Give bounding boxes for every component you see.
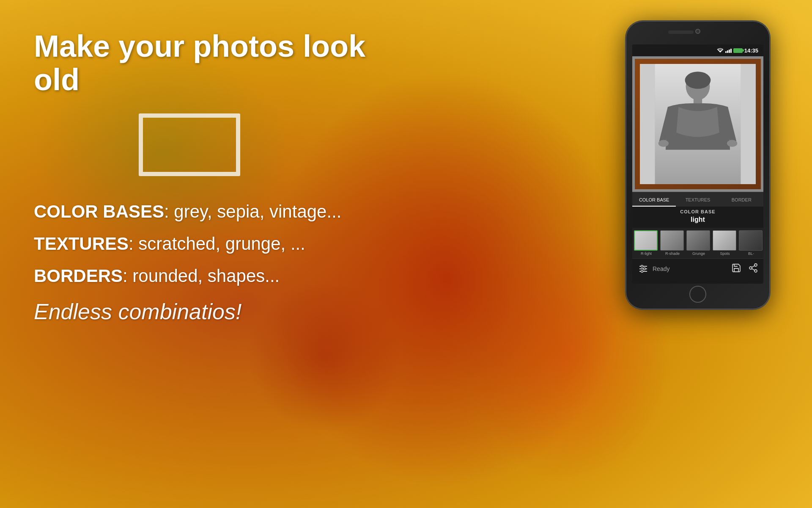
thumb-spots-label: Spots [713, 251, 737, 256]
toolbar-status: Ready [649, 265, 731, 272]
thumb-rlight-img [634, 230, 658, 251]
share-icon [748, 263, 758, 273]
toolbar-right [731, 263, 758, 275]
svg-point-13 [754, 264, 757, 266]
svg-point-5 [658, 140, 669, 147]
phone-speaker [668, 30, 694, 34]
status-icons: 14:35 [717, 47, 758, 54]
main-title: Make your photos look old [34, 30, 372, 97]
feature-textures-desc: : scratched, grunge, ... [129, 234, 305, 254]
color-base-section: COLOR BASE light [632, 207, 763, 228]
share-button[interactable] [748, 263, 758, 275]
thumb-rshade-label: R-shade [660, 251, 685, 256]
wifi-icon [717, 48, 724, 53]
phone-home-button[interactable] [689, 286, 706, 303]
svg-point-6 [727, 140, 737, 147]
thumb-grunge[interactable]: Grunge [686, 230, 711, 256]
photo-art-sepia [249, 113, 352, 176]
phone-toolbar: Ready [632, 258, 763, 279]
status-time: 14:35 [744, 47, 758, 54]
svg-point-11 [644, 268, 646, 270]
battery-icon [733, 48, 743, 53]
save-icon [731, 263, 741, 273]
feature-borders-desc: : rounded, shapes... [123, 266, 280, 286]
phone-tabs[interactable]: COLOR BASE TEXTURES BORDER [632, 192, 763, 207]
thumb-rlight[interactable]: R-light [634, 230, 658, 256]
feature-textures: TEXTURES: scratched, grunge, ... [34, 234, 372, 254]
photo-sepia [249, 113, 352, 176]
svg-point-12 [641, 271, 643, 273]
tab-textures[interactable]: TEXTURES [676, 192, 719, 207]
phone-outer: 14:35 [626, 21, 770, 309]
feature-color-bases-bold: COLOR BASES [34, 202, 164, 221]
adjust-icon[interactable] [637, 263, 649, 275]
feature-color-bases-desc: : grey, sepia, vintage... [164, 202, 341, 221]
thumb-grunge-label: Grunge [686, 251, 711, 256]
sliders-icon [638, 264, 648, 274]
photo-art-original [34, 113, 130, 176]
phone-mockup: 14:35 [626, 21, 778, 318]
thumb-bl[interactable]: BL- [739, 230, 763, 256]
svg-point-15 [754, 270, 757, 272]
texture-thumbnails: R-light R-shade Grunge Spots BL- [632, 228, 763, 258]
thumb-bl-img [739, 230, 763, 251]
svg-line-16 [752, 269, 755, 271]
photo-art-vintage [143, 118, 236, 172]
thumb-bl-label: BL- [739, 251, 763, 256]
phone-photo-inner [640, 64, 756, 184]
svg-point-10 [641, 265, 643, 268]
feature-list: COLOR BASES: grey, sepia, vintage... TEX… [34, 202, 372, 286]
left-content: Make your photos look old COLOR BASES: g… [34, 30, 372, 324]
photo-vintage [139, 113, 240, 176]
phone-main-photo [632, 56, 763, 192]
thumb-rshade[interactable]: R-shade [660, 230, 685, 256]
svg-point-3 [685, 72, 711, 89]
feature-textures-bold: TEXTURES [34, 234, 129, 254]
phone-screen: 14:35 [632, 44, 763, 284]
thumb-grunge-img [686, 230, 710, 251]
feature-borders: BORDERS: rounded, shapes... [34, 266, 372, 286]
thumb-rshade-img [660, 230, 684, 251]
phone-camera [695, 29, 700, 34]
tagline: Endless combinatios! [34, 299, 372, 324]
tab-color-base[interactable]: COLOR BASE [632, 192, 676, 207]
woman-figure [640, 64, 756, 184]
thumb-spots-img [713, 230, 736, 251]
svg-line-17 [752, 266, 755, 268]
thumb-spots[interactable]: Spots [713, 230, 737, 256]
photos-row [34, 113, 372, 176]
phone-photo-frame [635, 59, 761, 189]
save-button[interactable] [731, 263, 741, 275]
thumb-rlight-label: R-light [634, 251, 658, 256]
color-base-label: COLOR BASE [636, 209, 760, 214]
photo-original [34, 113, 130, 176]
svg-point-14 [749, 267, 752, 269]
feature-borders-bold: BORDERS [34, 266, 123, 286]
feature-color-bases: COLOR BASES: grey, sepia, vintage... [34, 202, 372, 222]
color-base-selected: light [636, 216, 760, 224]
tab-border[interactable]: BORDER [720, 192, 763, 207]
status-bar: 14:35 [632, 44, 763, 56]
signal-icon [725, 48, 732, 53]
